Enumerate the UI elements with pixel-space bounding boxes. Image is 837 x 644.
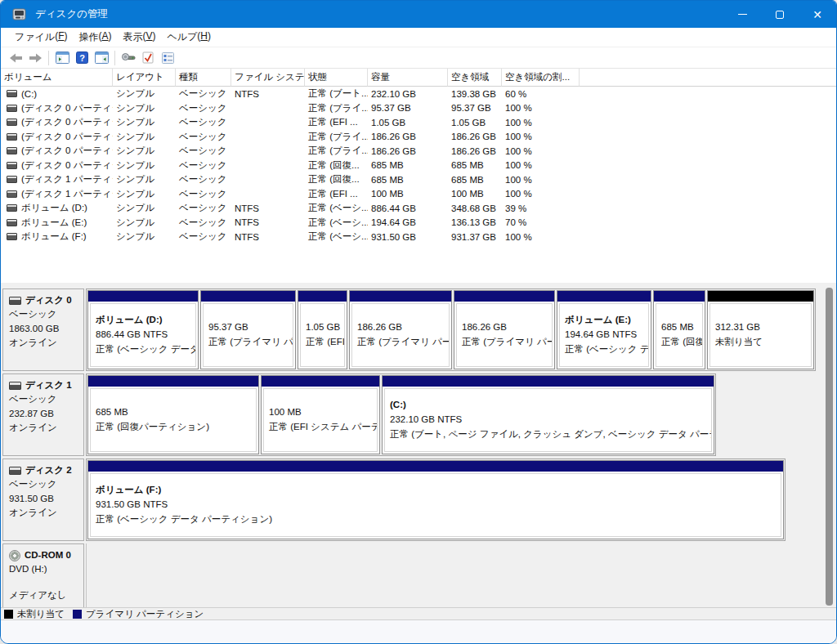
- help-icon[interactable]: ?: [72, 49, 92, 67]
- cell: シンプル: [113, 131, 176, 143]
- graphical-view-pane: ディスク 0 ベーシック 1863.00 GB オンライン ボリューム (D:)…: [1, 286, 836, 607]
- disk-row-1: ディスク 1 ベーシック 232.87 GB オンライン 685 MB 正常 (…: [2, 373, 836, 456]
- task-check-icon[interactable]: [138, 49, 158, 67]
- maximize-button[interactable]: [761, 1, 799, 28]
- legend-bar: 未割り当てプライマリ パーティション: [1, 607, 836, 620]
- cell: 正常 (EFI ...: [305, 188, 368, 200]
- toolbar: ?: [1, 47, 836, 69]
- cell: 100 %: [502, 103, 580, 113]
- status-bar: [1, 620, 836, 644]
- volume-row[interactable]: ボリューム (D:)シンプルベーシックNTFS正常 (ベーシ...886.44 …: [1, 201, 836, 216]
- partition[interactable]: 1.05 GB 正常 (EFI シ: [298, 290, 347, 369]
- volume-icon: [7, 133, 17, 141]
- partition-strip-2: ボリューム (F:) 931.50 GB NTFS 正常 (ベーシック データ …: [86, 458, 786, 541]
- volume-row[interactable]: (ディスク 1 パーティショ...シンプルベーシック正常 (回復...685 M…: [1, 172, 836, 187]
- partition[interactable]: 95.37 GB 正常 (プライマリ パーテ: [200, 290, 296, 369]
- volume-icon: [7, 233, 17, 240]
- column-header-7[interactable]: 空き領域の割...: [502, 69, 580, 87]
- volume-row[interactable]: ボリューム (E:)シンプルベーシックNTFS正常 (ベーシ...194.64 …: [1, 216, 836, 230]
- back-icon[interactable]: [6, 49, 25, 67]
- partition[interactable]: ボリューム (E:) 194.64 GB NTFS 正常 (ベーシック データ: [557, 290, 651, 369]
- cell: NTFS: [231, 217, 305, 227]
- menu-item-v[interactable]: 表示V: [117, 28, 161, 47]
- volume-row[interactable]: (ディスク 0 パーティショ...シンプルベーシック正常 (プライ...186.…: [1, 144, 836, 159]
- volume-row[interactable]: (ディスク 0 パーティショ...シンプルベーシック正常 (EFI ...1.0…: [1, 115, 836, 130]
- partition-color-bar: [201, 291, 295, 302]
- column-header-0[interactable]: ボリューム: [1, 69, 113, 87]
- cell: (ディスク 1 パーティショ...: [1, 188, 113, 200]
- cell: 100 %: [502, 118, 580, 127]
- forward-icon[interactable]: [25, 49, 45, 67]
- volume-icon: [7, 90, 17, 97]
- vertical-scrollbar[interactable]: [826, 288, 833, 606]
- volume-table-body: (C:)シンプルベーシックNTFS正常 (ブート...232.10 GB139.…: [1, 87, 836, 244]
- cell: ベーシック: [176, 202, 231, 214]
- cell: シンプル: [113, 116, 176, 128]
- partition[interactable]: (C:) 232.10 GB NTFS 正常 (ブート, ページ ファイル, ク…: [382, 375, 714, 454]
- minimize-button[interactable]: [723, 1, 761, 28]
- cell: シンプル: [113, 173, 176, 186]
- svg-text:?: ?: [79, 53, 85, 63]
- cell: NTFS: [231, 89, 305, 99]
- cell: 正常 (プライ...: [305, 131, 368, 143]
- partition-color-bar: [262, 376, 379, 387]
- partition-color-bar: [654, 291, 705, 302]
- volume-row[interactable]: (C:)シンプルベーシックNTFS正常 (ブート...232.10 GB139.…: [1, 87, 836, 101]
- partition[interactable]: 685 MB 正常 (回復パーティション): [87, 375, 259, 454]
- volume-row[interactable]: ボリューム (F:)シンプルベーシックNTFS正常 (ベーシ...931.50 …: [1, 230, 836, 244]
- view-options-icon[interactable]: [158, 49, 177, 67]
- unallocated-partition[interactable]: 312.31 GB 未割り当て: [707, 290, 814, 369]
- cell: 正常 (ベーシ...: [305, 217, 368, 229]
- legend-swatch: [73, 610, 82, 619]
- disk-row-2: ディスク 2 ベーシック 931.50 GB オンライン ボリューム (F:) …: [2, 458, 836, 541]
- cell: 886.44 GB: [368, 203, 448, 213]
- partition[interactable]: ボリューム (F:) 931.50 GB NTFS 正常 (ベーシック データ …: [87, 460, 784, 539]
- menu-item-h[interactable]: ヘルプH: [162, 28, 217, 47]
- partition-color-bar: [557, 291, 651, 302]
- console-tree-icon[interactable]: [52, 49, 72, 67]
- partition[interactable]: 186.26 GB 正常 (プライマリ パーティ: [349, 290, 452, 369]
- column-header-6[interactable]: 空き領域: [448, 69, 502, 87]
- volume-row[interactable]: (ディスク 0 パーティショ...シンプルベーシック正常 (プライ...95.3…: [1, 101, 836, 116]
- volume-row[interactable]: (ディスク 0 パーティショ...シンプルベーシック正常 (回復...685 M…: [1, 159, 836, 173]
- menu-item-a[interactable]: 操作A: [73, 28, 117, 47]
- column-header-2[interactable]: 種類: [176, 69, 231, 87]
- disk-row-0: ディスク 0 ベーシック 1863.00 GB オンライン ボリューム (D:)…: [2, 288, 836, 371]
- scrollbar-thumb[interactable]: [826, 288, 833, 606]
- volume-list-pane: ボリュームレイアウト種類ファイル システム状態容量空き領域空き領域の割... (…: [1, 69, 836, 283]
- cell: 100 %: [502, 146, 580, 156]
- cell: 1.05 GB: [448, 118, 502, 127]
- cell: (ディスク 0 パーティショ...: [1, 131, 113, 143]
- cell: 正常 (ベーシ...: [305, 202, 368, 214]
- cell: 186.26 GB: [448, 132, 502, 141]
- close-icon: ✕: [812, 9, 822, 20]
- menu-bar: ファイルF操作A表示VヘルプH: [1, 28, 836, 47]
- partition-color-bar: [383, 376, 714, 387]
- cell: ベーシック: [176, 230, 231, 243]
- close-button[interactable]: ✕: [799, 1, 836, 28]
- menu-item-f[interactable]: ファイルF: [9, 28, 73, 47]
- disk-label-0[interactable]: ディスク 0 ベーシック 1863.00 GB オンライン: [2, 288, 84, 371]
- properties-icon[interactable]: [119, 49, 138, 67]
- volume-icon: [7, 147, 17, 154]
- column-header-4[interactable]: 状態: [305, 69, 368, 87]
- partition[interactable]: 100 MB 正常 (EFI システム パーティシ: [261, 375, 380, 454]
- volume-row[interactable]: (ディスク 1 パーティショ...シンプルベーシック正常 (EFI ...100…: [1, 187, 836, 202]
- partition-color-bar: [298, 291, 347, 302]
- cell: ボリューム (F:): [1, 230, 113, 243]
- partition[interactable]: ボリューム (D:) 886.44 GB NTFS 正常 (ベーシック データ …: [87, 290, 199, 369]
- action-pane-icon[interactable]: [92, 49, 111, 67]
- disk-icon: [9, 382, 21, 390]
- volume-icon: [7, 204, 17, 212]
- column-header-5[interactable]: 容量: [368, 69, 448, 87]
- partition-color-bar: [88, 376, 258, 387]
- disk-label-2[interactable]: ディスク 2 ベーシック 931.50 GB オンライン: [2, 458, 84, 541]
- cell: NTFS: [231, 232, 305, 242]
- cdrom-label[interactable]: CD-ROM 0 DVD (H:) メディアなし: [2, 543, 84, 607]
- disk-label-1[interactable]: ディスク 1 ベーシック 232.87 GB オンライン: [2, 373, 84, 456]
- volume-row[interactable]: (ディスク 0 パーティショ...シンプルベーシック正常 (プライ...186.…: [1, 130, 836, 145]
- partition[interactable]: 186.26 GB 正常 (プライマリ パーティ: [454, 290, 555, 369]
- partition[interactable]: 685 MB 正常 (回復: [653, 290, 705, 369]
- column-header-1[interactable]: レイアウト: [113, 69, 176, 87]
- column-header-3[interactable]: ファイル システム: [231, 69, 305, 87]
